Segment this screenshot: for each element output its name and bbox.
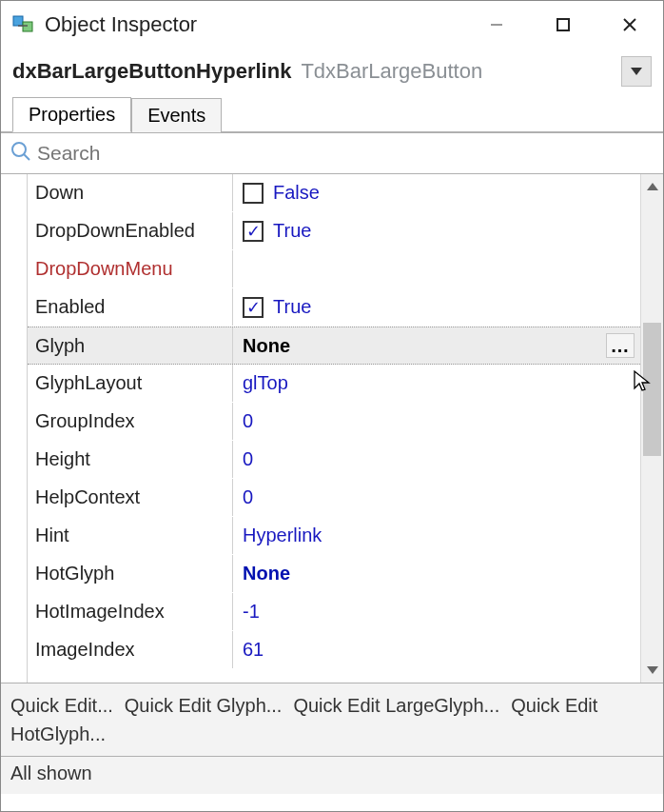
svg-rect-4 <box>557 19 569 30</box>
property-row[interactable]: Height0 <box>28 441 640 479</box>
minimize-button[interactable] <box>463 1 530 49</box>
checkbox[interactable] <box>243 221 264 242</box>
object-dropdown-button[interactable] <box>621 56 652 87</box>
property-row[interactable]: DropDownEnabledTrue <box>28 212 640 250</box>
quick-edit-link[interactable]: Quick Edit... <box>10 695 113 716</box>
property-value[interactable]: 0 <box>233 479 640 516</box>
property-value-text: 0 <box>243 486 253 508</box>
quick-edit-bar: Quick Edit...Quick Edit Glyph...Quick Ed… <box>1 683 663 756</box>
svg-marker-14 <box>647 183 658 190</box>
property-name[interactable]: GlyphLayout <box>28 365 233 402</box>
property-value[interactable]: True <box>233 212 640 249</box>
window-controls <box>463 1 663 49</box>
property-row[interactable]: DropDownMenu <box>28 250 640 288</box>
property-value[interactable]: None… <box>233 327 640 364</box>
property-list: DownFalseDropDownEnabledTrueDropDownMenu… <box>28 174 640 683</box>
tabs: Properties Events <box>1 94 663 132</box>
search-input[interactable] <box>37 142 654 165</box>
property-row[interactable]: HotImageIndex-1 <box>28 593 640 631</box>
property-name[interactable]: Down <box>28 174 233 211</box>
maximize-button[interactable] <box>530 1 596 49</box>
quick-edit-link[interactable]: Quick Edit LargeGlyph... <box>293 695 499 716</box>
property-value-text: True <box>273 220 311 242</box>
property-value-text: 61 <box>243 639 264 661</box>
svg-rect-0 <box>13 16 23 26</box>
property-row[interactable]: GroupIndex0 <box>28 403 640 441</box>
property-name[interactable]: Height <box>28 441 233 478</box>
property-name[interactable]: GroupIndex <box>28 403 233 440</box>
object-type: TdxBarLargeButton <box>301 59 621 84</box>
property-value[interactable]: 0 <box>233 403 640 440</box>
property-value-text: Hyperlink <box>243 525 322 546</box>
property-value[interactable]: 61 <box>233 631 640 668</box>
property-name[interactable]: HelpContext <box>28 479 233 516</box>
gutter <box>1 174 28 683</box>
scroll-down-icon[interactable] <box>641 658 663 683</box>
search-icon <box>10 141 31 167</box>
tab-events[interactable]: Events <box>131 98 222 132</box>
svg-marker-7 <box>631 68 642 75</box>
property-value-text: 0 <box>243 410 253 432</box>
property-row[interactable]: GlyphLayoutglTop <box>28 365 640 403</box>
scrollbar[interactable] <box>640 174 663 683</box>
object-selector: dxBarLargeButtonHyperlink TdxBarLargeBut… <box>1 49 663 94</box>
titlebar: Object Inspector <box>1 1 663 49</box>
property-value-text: 0 <box>243 448 253 470</box>
property-name[interactable]: HotGlyph <box>28 555 233 592</box>
window-title: Object Inspector <box>45 12 463 37</box>
property-name[interactable]: ImageIndex <box>28 631 233 668</box>
quick-edit-link[interactable]: Quick Edit Glyph... <box>125 695 283 716</box>
property-value-text: glTop <box>243 372 288 394</box>
svg-marker-15 <box>647 666 658 674</box>
property-value[interactable]: False <box>233 174 640 211</box>
checkbox[interactable] <box>243 297 264 318</box>
property-value-text: -1 <box>243 601 260 623</box>
property-name[interactable]: Glyph <box>28 327 233 364</box>
status-bar: All shown <box>1 756 663 794</box>
property-value[interactable]: 0 <box>233 441 640 478</box>
scroll-track[interactable] <box>641 199 663 658</box>
property-value[interactable]: None <box>233 555 640 592</box>
property-value-text: None <box>243 335 290 357</box>
checkbox[interactable] <box>243 183 264 204</box>
scroll-up-icon[interactable] <box>641 174 663 199</box>
property-value[interactable]: -1 <box>233 593 640 630</box>
close-button[interactable] <box>596 1 663 49</box>
property-row[interactable]: GlyphNone… <box>28 327 640 365</box>
property-row[interactable]: HintHyperlink <box>28 517 640 555</box>
property-value-text: False <box>273 182 320 204</box>
app-icon <box>10 11 37 38</box>
property-value-text: None <box>243 563 290 584</box>
object-name: dxBarLargeButtonHyperlink <box>12 59 291 84</box>
tab-properties[interactable]: Properties <box>12 97 131 132</box>
property-row[interactable]: DownFalse <box>28 174 640 212</box>
property-name[interactable]: HotImageIndex <box>28 593 233 630</box>
property-value[interactable]: Hyperlink <box>233 517 640 554</box>
search-bar <box>1 132 663 174</box>
scroll-thumb[interactable] <box>643 323 661 456</box>
property-name[interactable]: DropDownEnabled <box>28 212 233 249</box>
property-value[interactable]: True <box>233 288 640 326</box>
property-name[interactable]: Hint <box>28 517 233 554</box>
svg-point-8 <box>12 143 26 156</box>
property-row[interactable]: EnabledTrue <box>28 288 640 327</box>
property-value[interactable]: glTop <box>233 365 640 402</box>
property-name[interactable]: Enabled <box>28 288 233 326</box>
property-row[interactable]: HelpContext0 <box>28 479 640 517</box>
property-name[interactable]: DropDownMenu <box>28 250 233 287</box>
property-row[interactable]: HotGlyphNone <box>28 555 640 593</box>
property-grid: DownFalseDropDownEnabledTrueDropDownMenu… <box>1 174 663 683</box>
property-value[interactable] <box>233 250 640 287</box>
property-value-text: True <box>273 296 311 318</box>
ellipsis-button[interactable]: … <box>606 333 635 358</box>
property-row[interactable]: ImageIndex61 <box>28 631 640 669</box>
svg-line-9 <box>24 154 29 160</box>
svg-rect-1 <box>23 22 32 31</box>
